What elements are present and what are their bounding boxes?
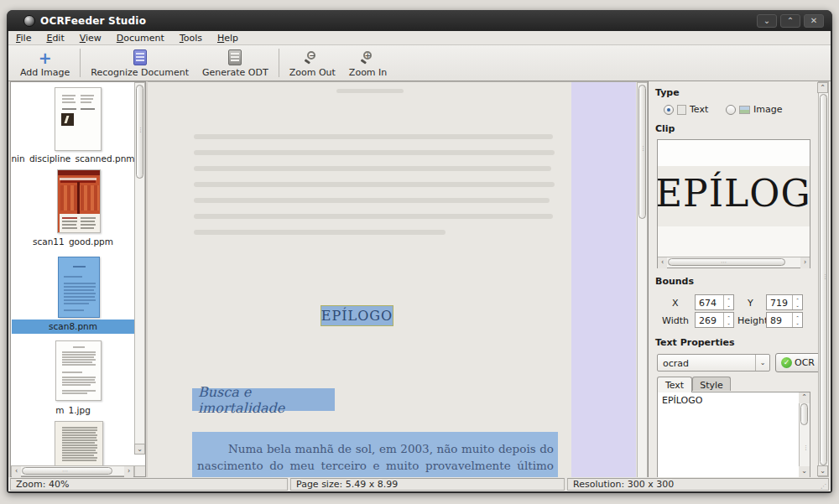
page-thumbnail-label[interactable]: scan11_good.ppm — [11, 236, 135, 247]
add-image-button[interactable]: + Add Image — [13, 45, 76, 81]
menu-tools[interactable]: Tools — [172, 32, 210, 44]
faded-text-line — [194, 166, 551, 171]
sidebar-vertical-scrollbar[interactable]: ⋮ — [134, 82, 145, 455]
scrollbar-thumb[interactable] — [638, 85, 646, 219]
clip-preview-text: EPÍLOGO — [658, 172, 810, 215]
scroll-up-button[interactable]: ⌃ — [817, 82, 828, 93]
scroll-left-button[interactable]: ‹ — [12, 466, 21, 477]
text-properties-title: Text Properties — [655, 337, 735, 348]
page-thumbnail-label-selected[interactable]: scan8.pnm — [11, 321, 135, 331]
scroll-right-button[interactable]: › — [124, 466, 133, 477]
ocr-check-icon: ✓ — [781, 357, 792, 368]
ocr-button[interactable]: ✓ OCR — [775, 353, 821, 372]
main-content: nin_discipline_scanned.pnm scan11_good.p… — [8, 81, 831, 477]
bounds-height-label: Height — [737, 315, 768, 326]
recognized-text-area[interactable]: EPÍLOGO ⌃ ⋮ ⌄ — [657, 392, 810, 477]
content-region-heading[interactable]: Busca e imortalidade — [192, 388, 335, 411]
add-icon: + — [39, 50, 52, 65]
scroll-down-button[interactable]: ⌄ — [817, 465, 828, 476]
type-text-radio[interactable]: Text — [664, 104, 708, 115]
properties-panel: Type Text Image Clip EPÍLOGO ‹ — [648, 81, 831, 477]
page-thumbnail[interactable] — [55, 87, 102, 151]
page-thumbnail-label[interactable]: nin_discipline_scanned.pnm — [11, 153, 135, 164]
status-resolution: Resolution: 300 x 300 — [567, 478, 829, 491]
spin-buttons[interactable]: ⌃⌄ — [792, 313, 802, 327]
spin-buttons[interactable]: ⌃⌄ — [723, 295, 733, 309]
window-title: OCRFeeder Studio — [40, 15, 146, 27]
recognize-document-button[interactable]: Recognize Document — [84, 45, 195, 81]
spin-buttons[interactable]: ⌃⌄ — [792, 295, 802, 309]
text-type-icon — [677, 105, 686, 115]
bounds-section-title: Bounds — [655, 276, 694, 287]
scroll-right-button[interactable]: › — [800, 257, 810, 268]
page-thumbnail-label[interactable]: m_1.jpg — [11, 405, 135, 415]
canvas-vertical-scrollbar[interactable]: ⋮ — [637, 82, 648, 477]
close-button[interactable]: ✕ — [804, 14, 824, 28]
bounds-width-label: Width — [662, 315, 689, 326]
out-of-page-area — [571, 82, 636, 477]
zoom-out-button[interactable]: − Zoom Out — [283, 45, 342, 81]
scroll-down-button[interactable]: ⌄ — [799, 466, 810, 477]
page-thumbnail[interactable] — [57, 169, 101, 233]
image-type-icon — [739, 106, 750, 114]
menu-file[interactable]: File — [8, 32, 39, 44]
faded-text-line — [194, 214, 553, 219]
app-icon — [23, 15, 35, 27]
type-image-radio[interactable]: Image — [726, 104, 782, 115]
menu-help[interactable]: Help — [210, 32, 246, 44]
radio-selected-icon — [664, 105, 674, 115]
paragraph-line: Numa bela manhã de sol, em 2003, não mui… — [197, 441, 554, 458]
app-window: OCRFeeder Studio ⌄ ⌃ ✕ File Edit View Do… — [7, 10, 832, 493]
resize-grip[interactable]: ⋰ — [821, 483, 827, 490]
titlebar[interactable]: OCRFeeder Studio ⌄ ⌃ ✕ — [7, 10, 832, 31]
maximize-button[interactable]: ⌃ — [780, 14, 800, 28]
document-canvas[interactable]: EPÍLOGO Busca e imortalidade Numa bela m… — [148, 81, 648, 477]
content-region-paragraph[interactable]: Numa bela manhã de sol, em 2003, não mui… — [192, 432, 558, 477]
status-page-size: Page size: 5.49 x 8.99 — [290, 478, 565, 491]
page-thumbnail[interactable] — [55, 421, 103, 466]
bounds-x-spinner[interactable]: 674 ⌃⌄ — [695, 294, 734, 310]
minimize-button[interactable]: ⌄ — [757, 14, 777, 28]
bounds-width-spinner[interactable]: 269 ⌃⌄ — [695, 312, 734, 328]
recognized-text: EPÍLOGO — [658, 392, 810, 408]
faded-text-line — [194, 198, 550, 203]
scrollbar-thumb[interactable] — [800, 403, 808, 425]
pages-sidebar: nin_discipline_scanned.pnm scan11_good.p… — [10, 81, 146, 477]
bounds-height-spinner[interactable]: 89 ⌃⌄ — [766, 312, 803, 328]
bounds-y-label: Y — [748, 298, 753, 309]
clip-section-title: Clip — [655, 123, 675, 134]
faded-text-line — [336, 89, 404, 93]
page-thumbnail-selected[interactable] — [58, 257, 100, 318]
ocr-engine-select[interactable]: ocrad ⌄ — [657, 354, 770, 372]
faded-text-line — [194, 230, 446, 235]
bounds-y-spinner[interactable]: 719 ⌃⌄ — [766, 294, 803, 310]
generate-odt-icon — [228, 49, 242, 65]
sidebar-horizontal-scrollbar[interactable]: ‹ ⋯ › — [11, 465, 134, 476]
zoom-in-icon: + — [361, 50, 376, 65]
toolbar: + Add Image Recognize Document Generate … — [8, 45, 831, 81]
zoom-out-icon: − — [305, 50, 320, 65]
textarea-scrollbar[interactable]: ⌃ ⋮ ⌄ — [799, 392, 810, 477]
generate-odt-button[interactable]: Generate ODT — [195, 45, 275, 81]
type-section-title: Type — [655, 87, 680, 98]
clip-horizontal-scrollbar[interactable]: ‹ ⋯ › — [658, 257, 810, 268]
tab-text[interactable]: Text — [657, 377, 692, 392]
menu-document[interactable]: Document — [109, 32, 172, 44]
panel-scrollbar[interactable]: ⌃ ⋮ ⌄ — [818, 81, 829, 477]
menu-view[interactable]: View — [72, 32, 109, 44]
faded-text-line — [194, 150, 555, 155]
scroll-up-button[interactable]: ⌃ — [799, 392, 810, 403]
scroll-down-button[interactable]: ⌄ — [134, 444, 145, 455]
zoom-in-button[interactable]: + Zoom In — [342, 45, 393, 81]
scroll-left-button[interactable]: ‹ — [658, 257, 667, 268]
clip-preview[interactable]: EPÍLOGO ‹ ⋯ › — [657, 139, 810, 268]
status-zoom: Zoom: 40% — [10, 478, 288, 491]
content-region-title[interactable]: EPÍLOGO — [320, 305, 393, 326]
tab-style[interactable]: Style — [692, 377, 731, 391]
paragraph-line: nascimento do meu terceiro e muito prova… — [197, 458, 554, 475]
statusbar: Zoom: 40% Page size: 5.49 x 8.99 Resolut… — [8, 477, 831, 491]
page-thumbnail[interactable] — [55, 340, 102, 401]
radio-unselected-icon — [726, 105, 736, 115]
menu-edit[interactable]: Edit — [39, 32, 71, 44]
spin-buttons[interactable]: ⌃⌄ — [723, 313, 733, 327]
